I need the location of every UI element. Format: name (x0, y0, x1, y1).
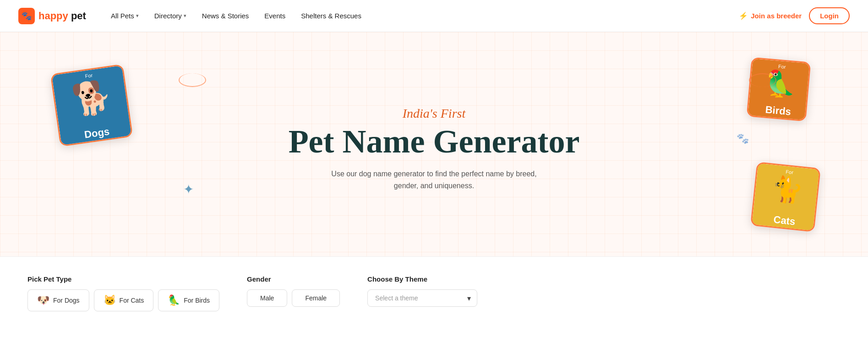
pet-type-buttons: 🐶For Dogs🐱For Cats🦜For Birds (27, 289, 219, 311)
hero-description: Use our dog name generator to find the p… (319, 168, 548, 191)
nav-link-events[interactable]: Events (258, 8, 292, 23)
birds-card-for-label: For (778, 64, 786, 70)
logo-icon: 🐾 (18, 8, 35, 24)
hero-section: For 🐕 Dogs For 🦜 Birds For 🐈 Cats ✦ 🐾 In… (0, 32, 868, 256)
pet-type-group: Pick Pet Type 🐶For Dogs🐱For Cats🦜For Bir… (27, 275, 219, 311)
join-breeder-link[interactable]: ⚡ Join as breeder (739, 11, 802, 20)
deco-curve-2 (179, 73, 206, 87)
cats-card-for-label: For (786, 169, 794, 175)
dogs-card-emoji: 🐕 (70, 76, 115, 119)
deco-curve-1 (749, 73, 776, 87)
deco-star: ✦ (183, 182, 194, 197)
gender-btn-female[interactable]: Female (292, 289, 340, 307)
chevron-down-icon: ▾ (136, 13, 139, 19)
cats-card-name: Cats (752, 212, 817, 230)
pet-type-label: Pick Pet Type (27, 275, 219, 283)
logo-text: happy pet (38, 10, 86, 22)
theme-select-wrapper: Select a themeNatureMythologyFoodRoyalty… (367, 289, 477, 307)
birds-card-name: Birds (748, 102, 808, 119)
nav-link-news-&-stories[interactable]: News & Stories (196, 8, 256, 23)
gender-group: Gender MaleFemale (247, 275, 340, 307)
pet-type-btn-for-cats[interactable]: 🐱For Cats (94, 289, 154, 311)
chevron-down-icon: ▾ (184, 13, 186, 19)
gender-btn-male[interactable]: Male (247, 289, 287, 307)
dogs-card[interactable]: For 🐕 Dogs (50, 64, 133, 147)
dogs-card-for-label: For (85, 72, 93, 79)
nav-links: All Pets▾Directory▾News & StoriesEventsS… (104, 8, 739, 23)
hero-content: India's First Pet Name Generator Use our… (279, 79, 589, 210)
join-breeder-label: Join as breeder (751, 12, 802, 20)
pet-type-btn-for-birds[interactable]: 🦜For Birds (158, 289, 219, 311)
deco-paw: 🐾 (737, 133, 749, 145)
cats-card[interactable]: For 🐈 Cats (750, 162, 821, 232)
nav-right: ⚡ Join as breeder Login (739, 7, 850, 24)
theme-select[interactable]: Select a themeNatureMythologyFoodRoyalty… (367, 289, 477, 307)
dogs-card-name: Dogs (60, 122, 133, 144)
cats-card-emoji: 🐈 (770, 173, 805, 206)
login-button[interactable]: Login (809, 7, 850, 24)
nav-link-directory[interactable]: Directory▾ (148, 8, 193, 23)
nav-link-all-pets[interactable]: All Pets▾ (104, 8, 145, 23)
theme-label: Choose By Theme (367, 275, 477, 283)
logo[interactable]: 🐾 happy pet (18, 8, 86, 24)
gender-label: Gender (247, 275, 340, 283)
gender-buttons: MaleFemale (247, 289, 340, 307)
form-row: Pick Pet Type 🐶For Dogs🐱For Cats🦜For Bir… (27, 275, 841, 311)
theme-group: Choose By Theme Select a themeNatureMyth… (367, 275, 477, 307)
bolt-icon: ⚡ (739, 11, 748, 20)
hero-title: Pet Name Generator (289, 124, 580, 160)
nav-link-shelters-&-rescues[interactable]: Shelters & Rescues (295, 8, 368, 23)
birds-card[interactable]: For 🦜 Birds (747, 57, 811, 122)
navbar: 🐾 happy pet All Pets▾Directory▾News & St… (0, 0, 868, 32)
pet-type-btn-for-dogs[interactable]: 🐶For Dogs (27, 289, 89, 311)
hero-subtitle: India's First (289, 106, 580, 121)
form-section: Pick Pet Type 🐶For Dogs🐱For Cats🦜For Bir… (0, 256, 868, 334)
